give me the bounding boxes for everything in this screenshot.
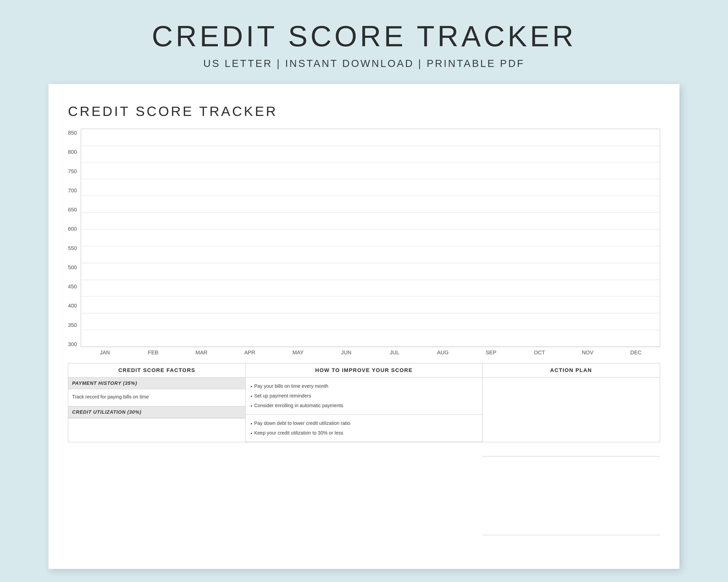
y-label: 850 [68, 130, 77, 136]
y-label: 300 [68, 342, 77, 347]
x-label: FEB [129, 350, 177, 356]
grid-line [81, 145, 660, 146]
grid-line [81, 179, 660, 179]
y-label: 450 [68, 284, 77, 289]
action-col-header: ACTION PLAN [483, 363, 660, 378]
factors-column: CREDIT SCORE FACTORS PAYMENT HISTORY (35… [68, 363, 245, 442]
improve-content-2: •Pay down debt to lower credit utilizati… [245, 415, 482, 442]
y-label: 500 [68, 265, 77, 270]
improve-column: HOW TO IMPROVE YOUR SCORE •Pay your bill… [245, 363, 482, 442]
grid-line [81, 263, 660, 263]
x-label: JUL [370, 350, 419, 356]
factor-desc-1: Track record for paying bills on time [68, 389, 245, 406]
improve-item: •Pay down debt to lower credit utilizati… [251, 419, 477, 428]
improve-item: •Set up payment reminders [251, 391, 477, 401]
grid-line [81, 162, 660, 163]
x-label: DEC [612, 350, 660, 356]
grid-line [81, 347, 660, 347]
bullet-icon: • [251, 402, 252, 410]
factor-row-2: CREDIT UTILIZATION (30%) [68, 407, 245, 418]
y-label: 800 [68, 149, 77, 155]
improve-item-text: Set up payment reminders [254, 392, 311, 399]
bullet-icon: • [251, 383, 252, 390]
x-label: AUG [419, 350, 467, 356]
improve-item: •Pay your bills on time every month [251, 382, 477, 391]
bullet-icon: • [251, 430, 252, 437]
y-label: 750 [68, 169, 77, 174]
chart-grid [81, 129, 660, 347]
page-title: CREDIT SCORE TRACKER [152, 20, 576, 53]
improve-item-text: Consider enrolling in automatic payments [254, 402, 343, 409]
factor-label-2: CREDIT UTILIZATION (30%) [68, 407, 245, 418]
action-column: ACTION PLAN [483, 363, 660, 442]
y-label: 700 [68, 188, 77, 193]
grid-line [81, 313, 660, 313]
improve-item: •Consider enrolling in automatic payment… [251, 401, 477, 411]
grid-line [81, 229, 660, 229]
x-label: NOV [564, 350, 612, 356]
factor-row-1: PAYMENT HISTORY (35%) Track record for p… [68, 378, 245, 407]
grid-line [81, 296, 660, 297]
factors-col-header: CREDIT SCORE FACTORS [68, 363, 245, 378]
improve-item-text: Keep your credit utilization to 30% or l… [254, 429, 343, 437]
improve-item-text: Pay your bills on time every month [254, 382, 328, 390]
action-content-2 [483, 456, 660, 535]
y-label: 550 [68, 246, 77, 251]
chart-area: JANFEBMARAPRMAYJUNJULAUGSEPOCTNOVDEC [81, 129, 660, 356]
improve-item-text: Pay down debt to lower credit utilizatio… [254, 419, 350, 427]
y-label: 650 [68, 207, 77, 213]
x-label: OCT [515, 350, 564, 356]
factor-label-1: PAYMENT HISTORY (35%) [68, 378, 245, 389]
page-subtitle: US LETTER | INSTANT DOWNLOAD | PRINTABLE… [203, 58, 525, 70]
improve-col-header: HOW TO IMPROVE YOUR SCORE [245, 363, 482, 378]
doc-title: CREDIT SCORE TRACKER [68, 103, 660, 119]
x-label: MAY [274, 350, 322, 356]
document: CREDIT SCORE TRACKER 3003504004505005506… [49, 84, 679, 569]
bullet-icon: • [251, 393, 252, 400]
improve-item: •Keep your credit utilization to 30% or … [251, 428, 477, 438]
bottom-table: CREDIT SCORE FACTORS PAYMENT HISTORY (35… [68, 363, 660, 442]
x-label: JUN [322, 350, 370, 356]
improve-content-1: •Pay your bills on time every month•Set … [245, 378, 482, 415]
x-label: JAN [81, 350, 129, 356]
chart-container: 300350400450500550600650700750800850 JAN… [68, 129, 660, 356]
y-label: 350 [68, 323, 77, 328]
x-axis: JANFEBMARAPRMAYJUNJULAUGSEPOCTNOVDEC [81, 347, 660, 356]
action-content-1 [483, 378, 660, 456]
x-label: MAR [177, 350, 226, 356]
x-label: SEP [467, 350, 515, 356]
grid-line [81, 196, 660, 196]
y-label: 400 [68, 303, 77, 308]
x-label: APR [226, 350, 274, 356]
y-axis: 300350400450500550600650700750800850 [68, 129, 81, 356]
y-label: 600 [68, 226, 77, 231]
bullet-icon: • [251, 420, 252, 427]
